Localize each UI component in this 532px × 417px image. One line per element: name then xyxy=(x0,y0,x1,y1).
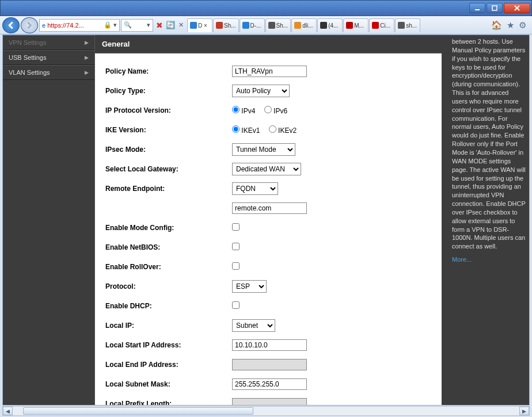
local-gateway-label: Select Local Gateway: xyxy=(105,165,232,173)
local-subnet-mask-input[interactable] xyxy=(232,378,307,390)
tab-label: Ci... xyxy=(380,22,390,29)
browser-tab[interactable]: (4... xyxy=(317,18,343,32)
search-box[interactable]: 🔍 ▾ xyxy=(121,19,153,32)
local-ip-label: Local IP: xyxy=(105,322,232,330)
remote-host-input[interactable] xyxy=(232,202,307,214)
dropdown-icon[interactable]: ▾ xyxy=(147,21,150,29)
tab-label: D-... xyxy=(250,22,261,29)
stop-icon[interactable]: ✖ xyxy=(156,21,163,30)
local-ip-select[interactable]: Subnet xyxy=(232,319,275,332)
sidebar-item-label: VPN Settings xyxy=(9,39,46,46)
favicon-icon xyxy=(216,22,223,29)
ike-version-label: IKE Version: xyxy=(105,126,232,134)
browser-tab[interactable]: Sh... xyxy=(265,18,291,32)
enable-rollover-checkbox[interactable] xyxy=(232,262,240,270)
enable-dhcp-checkbox[interactable] xyxy=(232,301,240,309)
chevron-right-icon: ▶ xyxy=(85,55,89,60)
local-gateway-select[interactable]: Dedicated WAN xyxy=(232,163,301,175)
scroll-right-button[interactable]: ▶ xyxy=(519,407,529,415)
refresh-icon[interactable]: 🔄 xyxy=(166,21,175,29)
window-close-button[interactable] xyxy=(504,3,530,13)
tab-label: D × xyxy=(198,22,207,29)
form-body: Policy Name: Policy Type: Auto Policy IP… xyxy=(95,53,442,405)
favicon-icon xyxy=(268,22,275,29)
local-prefix-length-label: Local Prefix Length: xyxy=(105,400,232,405)
ipsec-mode-label: IPsec Mode: xyxy=(105,146,232,154)
favicon-icon xyxy=(398,22,405,29)
dropdown-icon[interactable]: ▾ xyxy=(113,21,117,29)
scroll-left-button[interactable]: ◀ xyxy=(3,407,13,415)
favicon-icon xyxy=(320,22,327,29)
page-viewport: VPN Settings▶USB Settings▶VLAN Settings▶… xyxy=(2,35,530,405)
ipv6-radio[interactable] xyxy=(264,106,272,113)
local-start-ip-label: Local Start IP Address: xyxy=(105,341,232,349)
window-titlebar xyxy=(0,0,532,16)
address-text: https://74.2... xyxy=(47,22,84,29)
protocol-select[interactable]: ESP xyxy=(232,280,267,293)
sidebar-item[interactable]: VLAN Settings▶ xyxy=(3,65,94,80)
sidebar-item[interactable]: VPN Settings▶ xyxy=(3,35,94,50)
horizontal-scrollbar[interactable]: ◀ ▶ xyxy=(2,406,530,416)
ipv4-radio[interactable] xyxy=(232,106,240,113)
browser-tab[interactable]: Sh... xyxy=(213,18,239,32)
favicon-icon xyxy=(346,22,353,29)
scroll-thumb[interactable] xyxy=(23,407,253,415)
ip-protocol-label: IP Protocol Version: xyxy=(105,106,232,114)
chevron-right-icon: ▶ xyxy=(85,40,89,45)
policy-name-label: Policy Name: xyxy=(105,67,232,75)
remote-endpoint-select[interactable]: FQDN xyxy=(232,182,278,195)
browser-tab[interactable]: Ci... xyxy=(369,18,394,32)
favicon-icon xyxy=(190,22,197,29)
forward-button[interactable] xyxy=(21,17,38,33)
favorites-icon[interactable]: ★ xyxy=(507,20,514,30)
ie-icon: e xyxy=(42,22,45,29)
browser-tab[interactable]: D-... xyxy=(240,18,265,32)
local-subnet-mask-label: Local Subnet Mask: xyxy=(105,380,232,388)
lock-icon: 🔒 xyxy=(104,21,112,29)
enable-mode-config-checkbox[interactable] xyxy=(232,223,240,231)
back-button[interactable] xyxy=(2,17,20,33)
favicon-icon xyxy=(242,22,249,29)
home-icon[interactable]: 🏠 xyxy=(491,20,502,30)
policy-type-select[interactable]: Auto Policy xyxy=(232,85,290,97)
enable-netbios-label: Enable NetBIOS: xyxy=(105,243,232,251)
browser-tab[interactable]: D × xyxy=(187,18,212,32)
sidebar-item[interactable]: USB Settings▶ xyxy=(3,50,94,65)
ipv6-label: IPv6 xyxy=(273,107,287,115)
tools-icon[interactable]: ⚙ xyxy=(519,20,526,30)
favicon-icon xyxy=(294,22,301,29)
help-panel: between 2 hosts. Use Manual Policy param… xyxy=(449,35,529,405)
svg-rect-1 xyxy=(492,6,497,10)
sidebar: VPN Settings▶USB Settings▶VLAN Settings▶ xyxy=(3,35,95,405)
ikev1-label: IKEv1 xyxy=(241,127,260,135)
local-start-ip-input[interactable] xyxy=(232,339,307,351)
remote-endpoint-label: Remote Endpoint: xyxy=(105,185,232,193)
browser-toolbar: e https://74.2... 🔒 ▾ 🔍 ▾ ✖ 🔄 ✕ D ×Sh...… xyxy=(0,16,532,35)
browser-tab[interactable]: dli... xyxy=(291,18,317,32)
local-prefix-length-input xyxy=(232,398,307,405)
favicon-icon xyxy=(372,22,379,29)
search-icon: 🔍 xyxy=(124,21,132,29)
close-tab-icon[interactable]: ✕ xyxy=(178,21,184,29)
protocol-label: Protocol: xyxy=(105,282,232,290)
ipsec-mode-select[interactable]: Tunnel Mode xyxy=(232,143,295,156)
ikev2-radio[interactable] xyxy=(269,125,276,133)
tab-label: sh... xyxy=(406,22,417,29)
help-text: between 2 hosts. Use Manual Policy param… xyxy=(452,38,526,250)
enable-rollover-label: Enable RollOver: xyxy=(105,263,232,271)
section-header: General xyxy=(95,35,442,53)
window-minimize-button[interactable] xyxy=(469,3,485,13)
window-maximize-button[interactable] xyxy=(487,3,503,13)
enable-netbios-checkbox[interactable] xyxy=(232,243,240,250)
local-end-ip-label: Local End IP Address: xyxy=(105,361,232,369)
address-bar[interactable]: e https://74.2... 🔒 ▾ xyxy=(39,19,120,32)
tab-label: Sh... xyxy=(224,22,236,29)
ikev1-radio[interactable] xyxy=(232,125,240,133)
policy-type-label: Policy Type: xyxy=(105,87,232,95)
policy-name-input[interactable] xyxy=(232,66,307,77)
ikev2-label: IKEv2 xyxy=(278,127,297,135)
browser-tab[interactable]: sh... xyxy=(395,18,420,32)
browser-tab[interactable]: M... xyxy=(343,18,368,32)
help-more-link[interactable]: More... xyxy=(452,255,526,264)
tab-label: M... xyxy=(354,22,364,29)
